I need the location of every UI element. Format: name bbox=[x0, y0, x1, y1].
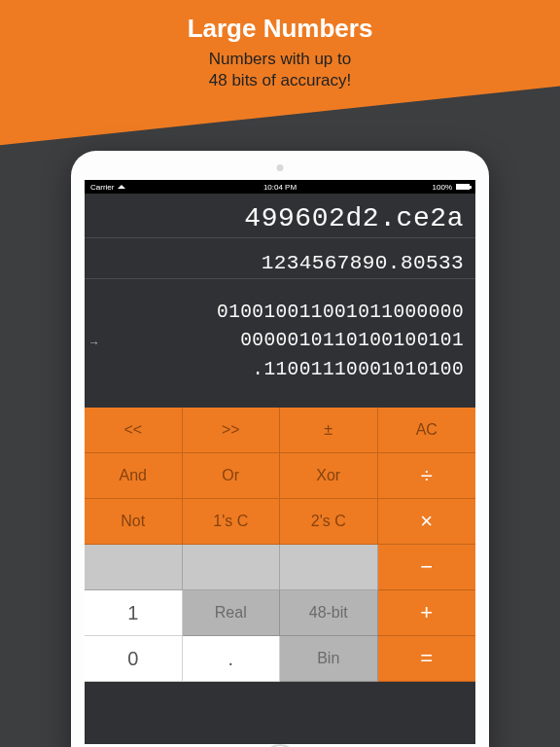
blank-key-1 bbox=[85, 545, 183, 590]
overflow-arrow-icon: → bbox=[90, 335, 98, 352]
plus-button[interactable]: + bbox=[378, 590, 476, 636]
promo-subtitle: Numbers with up to 48 bits of accuracy! bbox=[0, 49, 560, 91]
shift-right-button[interactable]: >> bbox=[183, 408, 281, 453]
promo-subtitle-line1: Numbers with up to bbox=[209, 50, 351, 68]
digit-0-button[interactable]: 0 bbox=[85, 636, 183, 682]
and-button[interactable]: And bbox=[85, 453, 183, 499]
promo-title: Large Numbers bbox=[0, 14, 560, 44]
base-bin-button[interactable]: Bin bbox=[280, 636, 378, 682]
real-mode-button[interactable]: Real bbox=[183, 590, 281, 636]
status-bar: Carrier 10:04 PM 100% bbox=[85, 180, 475, 194]
minus-button[interactable]: − bbox=[378, 545, 476, 590]
blank-key-3 bbox=[280, 545, 378, 590]
digit-1-button[interactable]: 1 bbox=[85, 590, 183, 636]
clock-label: 10:04 PM bbox=[217, 183, 343, 192]
blank-key-2 bbox=[183, 545, 281, 590]
wifi-icon bbox=[118, 185, 125, 189]
decimal-point-button[interactable]: . bbox=[183, 636, 281, 682]
shift-left-button[interactable]: << bbox=[85, 408, 183, 453]
equals-button[interactable]: = bbox=[378, 636, 476, 682]
divide-button[interactable]: ÷ bbox=[378, 453, 476, 499]
all-clear-button[interactable]: AC bbox=[378, 408, 476, 453]
plus-minus-button[interactable]: ± bbox=[280, 408, 378, 453]
bit-width-button[interactable]: 48-bit bbox=[280, 590, 378, 636]
readout-bin-line1: 010010011001011000000 bbox=[96, 299, 464, 327]
ipad-device: Carrier 10:04 PM 100% 499602d2.ce2a 1234… bbox=[71, 151, 489, 747]
battery-icon bbox=[456, 184, 470, 190]
app-screen: Carrier 10:04 PM 100% 499602d2.ce2a 1234… bbox=[85, 180, 475, 744]
xor-button[interactable]: Xor bbox=[280, 453, 378, 499]
carrier-label: Carrier bbox=[90, 183, 114, 192]
battery-label: 100% bbox=[433, 183, 452, 192]
or-button[interactable]: Or bbox=[183, 453, 281, 499]
not-button[interactable]: Not bbox=[85, 499, 183, 545]
promo-subtitle-line2: 48 bits of accuracy! bbox=[209, 71, 351, 89]
readout-hex: 499602d2.ce2a bbox=[85, 194, 475, 238]
ones-comp-button[interactable]: 1's C bbox=[183, 499, 281, 545]
readout-dec: 1234567890.80533 bbox=[85, 238, 475, 279]
keypad: << >> ± AC And Or Xor ÷ Not 1's C 2's C … bbox=[85, 408, 475, 682]
device-camera bbox=[277, 164, 284, 171]
readout-bin: → 010010011001011000000 0000010110100100… bbox=[85, 279, 475, 408]
twos-comp-button[interactable]: 2's C bbox=[280, 499, 378, 545]
calculator-display: 499602d2.ce2a 1234567890.80533 → 0100100… bbox=[85, 194, 475, 408]
multiply-button[interactable]: × bbox=[378, 499, 476, 545]
readout-bin-line2: 0000010110100100101 bbox=[96, 327, 464, 355]
readout-bin-line3: .11001110001010100 bbox=[96, 356, 464, 384]
